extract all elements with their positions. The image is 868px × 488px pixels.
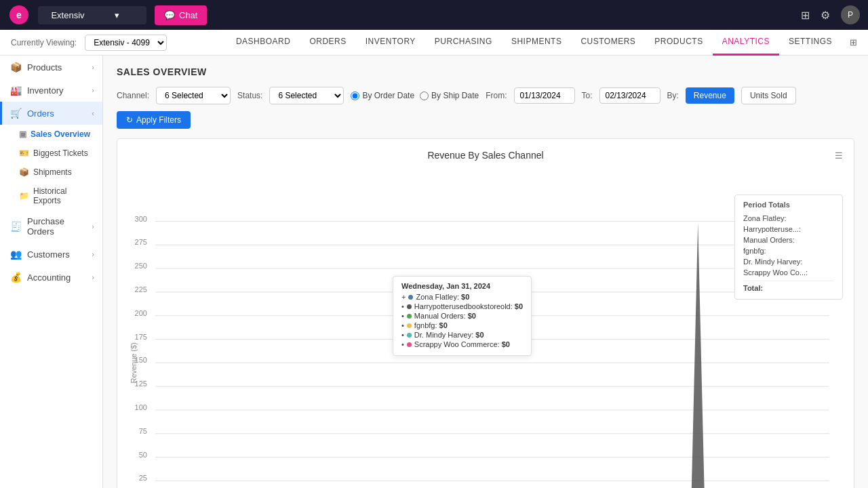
- chevron-icon: ›: [92, 63, 94, 71]
- svg-text:50: 50: [139, 451, 147, 459]
- to-date-input[interactable]: [599, 87, 660, 104]
- sidebar-item-biggest-tickets[interactable]: 🎫 Biggest Tickets: [0, 144, 102, 163]
- svg-text:Revenue ($): Revenue ($): [130, 342, 138, 383]
- channel-select[interactable]: 6 Selected: [156, 87, 231, 104]
- shipments-icon: 📦: [19, 167, 29, 177]
- sidebar-label-products: Products: [27, 62, 62, 73]
- nav-products[interactable]: PRODUCTS: [645, 30, 712, 56]
- nav-analytics[interactable]: ANALYTICS: [713, 30, 779, 56]
- period-row-2: Manual Orders:: [743, 235, 834, 245]
- svg-text:e: e: [16, 9, 22, 20]
- period-row-1: Harrypotteruse...:: [743, 224, 834, 235]
- nav-customers[interactable]: CUSTOMERS: [571, 30, 645, 56]
- biggest-tickets-icon: 🎫: [19, 148, 29, 158]
- settings-icon[interactable]: ⚙: [821, 9, 830, 22]
- by-order-date-option[interactable]: By Order Date: [351, 91, 414, 100]
- main-nav: DASHBOARD ORDERS INVENTORY PURCHASING SH…: [226, 30, 857, 56]
- period-label-5: Scrappy Woo Co...:: [743, 268, 808, 277]
- avatar[interactable]: P: [841, 5, 860, 24]
- orders-icon: 🛒: [10, 108, 22, 119]
- sidebar-item-inventory[interactable]: 🏭 Inventory ›: [0, 79, 102, 102]
- period-row-0: Zona Flatley:: [743, 213, 834, 224]
- nav-shipments[interactable]: SHIPMENTS: [502, 30, 572, 56]
- sidebar-item-shipments[interactable]: 📦 Shipments: [0, 163, 102, 182]
- sidebar-label-customers: Customers: [27, 249, 70, 260]
- svg-text:75: 75: [139, 427, 147, 435]
- app-selector-button[interactable]: Extensiv ▾: [38, 6, 146, 24]
- chat-icon: 💬: [164, 10, 175, 20]
- chevron-icon: ›: [92, 86, 94, 94]
- period-label-0: Zona Flatley:: [743, 214, 787, 222]
- sidebar-item-products[interactable]: 📦 Products ›: [0, 56, 102, 79]
- page-title: SALES OVERVIEW: [117, 66, 854, 77]
- apply-filters-button[interactable]: ↻ Apply Filters: [117, 111, 191, 129]
- nav-dashboard[interactable]: DASHBOARD: [226, 30, 300, 56]
- sales-overview-icon: ▣: [19, 129, 26, 139]
- sidebar-item-sales-overview[interactable]: ▣ Sales Overview: [0, 125, 102, 144]
- logo-area: e: [8, 4, 30, 26]
- sidebar-label-historical-exports: Historical Exports: [33, 186, 94, 205]
- nav-table-icon[interactable]: ⊞: [850, 37, 857, 47]
- chart-container: Revenue By Sales Channel ☰ 0 25 50 75 10…: [117, 138, 854, 488]
- by-label: By:: [667, 91, 679, 100]
- period-row-4: Dr. Mindy Harvey:: [743, 256, 834, 267]
- from-label: From:: [486, 91, 507, 100]
- products-icon: 📦: [10, 62, 22, 73]
- orders-submenu: ▣ Sales Overview 🎫 Biggest Tickets 📦 Shi…: [0, 125, 102, 210]
- chart-title: Revenue By Sales Channel: [427, 150, 543, 161]
- period-row-5: Scrappy Woo Co...:: [743, 267, 834, 278]
- svg-marker-45: [684, 223, 705, 488]
- chevron-icon: ›: [92, 222, 94, 230]
- chart-svg-wrapper: 0 25 50 75 100 125 150 175 200 225 250 2…: [128, 167, 843, 488]
- refresh-icon: ↻: [126, 115, 133, 125]
- sidebar-label-orders: Orders: [27, 108, 54, 119]
- filters-bar: Channel: 6 Selected Status: 6 Selected B…: [117, 87, 854, 129]
- currently-viewing-label: Currently Viewing:: [11, 38, 77, 47]
- svg-text:275: 275: [135, 238, 147, 246]
- second-bar: Currently Viewing: Extensiv - 4099 DASHB…: [0, 30, 868, 56]
- nav-orders[interactable]: ORDERS: [300, 30, 355, 56]
- chevron-icon: ›: [92, 250, 94, 258]
- main-content: SALES OVERVIEW Channel: 6 Selected Statu…: [103, 56, 868, 488]
- period-label-2: Manual Orders:: [743, 236, 795, 244]
- by-ship-date-option[interactable]: By Ship Date: [420, 91, 479, 100]
- period-label-4: Dr. Mindy Harvey:: [743, 258, 802, 266]
- apply-filters-label: Apply Filters: [136, 115, 181, 125]
- svg-text:300: 300: [135, 215, 147, 223]
- svg-text:100: 100: [135, 403, 147, 411]
- grid-icon[interactable]: ⊞: [801, 9, 810, 22]
- historical-exports-icon: 📁: [19, 191, 29, 201]
- main-layout: 📦 Products › 🏭 Inventory › 🛒 Orders ‹ ▣ …: [0, 56, 868, 488]
- period-row-total: Total:: [743, 281, 834, 293]
- store-selector[interactable]: Extensiv - 4099: [85, 35, 167, 51]
- revenue-button[interactable]: Revenue: [686, 87, 734, 104]
- sidebar-item-purchase-orders[interactable]: 🧾 Purchase Orders ›: [0, 210, 102, 243]
- to-label: To:: [582, 91, 593, 100]
- inventory-icon: 🏭: [10, 85, 22, 96]
- sidebar-item-accounting[interactable]: 💰 Accounting ›: [0, 266, 102, 289]
- customers-icon: 👥: [10, 249, 22, 260]
- status-select[interactable]: 6 Selected: [269, 87, 344, 104]
- units-sold-button[interactable]: Units Sold: [741, 87, 796, 104]
- svg-text:200: 200: [135, 309, 147, 317]
- top-bar: e Extensiv ▾ 💬 Chat ⊞ ⚙ P: [0, 0, 868, 30]
- nav-purchasing[interactable]: PURCHASING: [425, 30, 502, 56]
- chart-menu-icon[interactable]: ☰: [835, 150, 843, 161]
- sidebar-item-orders[interactable]: 🛒 Orders ‹: [0, 102, 102, 125]
- sidebar-item-customers[interactable]: 👥 Customers ›: [0, 243, 102, 266]
- chart-header: Revenue By Sales Channel ☰: [128, 150, 843, 161]
- by-ship-date-label: By Ship Date: [431, 91, 479, 100]
- accounting-icon: 💰: [10, 272, 22, 283]
- sidebar: 📦 Products › 🏭 Inventory › 🛒 Orders ‹ ▣ …: [0, 56, 103, 488]
- from-date-input[interactable]: [514, 87, 575, 104]
- purchase-orders-icon: 🧾: [10, 221, 22, 232]
- chevron-down-icon: ▾: [95, 10, 138, 20]
- chat-button[interactable]: 💬 Chat: [155, 5, 207, 25]
- nav-settings[interactable]: SETTINGS: [779, 30, 842, 56]
- chevron-icon: ›: [92, 273, 94, 281]
- nav-inventory[interactable]: INVENTORY: [356, 30, 425, 56]
- sidebar-item-historical-exports[interactable]: 📁 Historical Exports: [0, 182, 102, 210]
- sidebar-label-inventory: Inventory: [27, 85, 63, 96]
- period-totals-panel: Period Totals Zona Flatley: Harrypotteru…: [734, 195, 843, 300]
- period-row-3: fgnbfg:: [743, 245, 834, 256]
